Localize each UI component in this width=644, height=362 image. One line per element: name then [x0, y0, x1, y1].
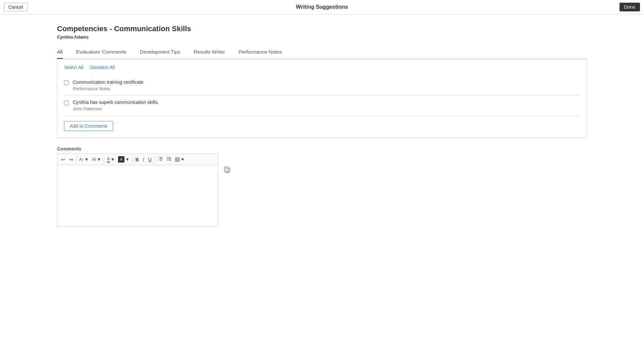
comments-editor[interactable] [57, 165, 218, 226]
tabs-container: All Evaluators' Comments Development Tip… [57, 46, 587, 59]
undo-button[interactable]: ↩ [59, 156, 67, 163]
svg-rect-2 [160, 160, 162, 161]
svg-point-11 [167, 160, 168, 161]
redo-button[interactable]: ↪ [67, 156, 75, 163]
bg-color-dropdown[interactable]: A ▼ [117, 155, 131, 164]
tab-results-writer[interactable]: Results Writer [194, 46, 225, 59]
table-dropdown[interactable]: ▼ [174, 156, 186, 163]
svg-rect-6 [168, 157, 171, 158]
table-icon [175, 157, 180, 162]
font-size-dropdown[interactable]: A↕ ▼ [78, 156, 90, 163]
bg-color-icon: A [118, 156, 124, 163]
font-adjust-dropdown[interactable]: AI ▼ [91, 156, 103, 163]
underline-button[interactable]: U [147, 156, 153, 163]
copy-icon-svg [223, 166, 231, 174]
editor-wrapper: ↩ ↪ A↕ ▼ AI ▼ A ▼ [57, 154, 218, 227]
comments-section: Comments ↩ ↪ A↕ ▼ AI ▼ [57, 146, 587, 227]
copy-icon[interactable] [221, 164, 233, 176]
toolbar-separator-1 [76, 157, 76, 163]
font-adjust-icon: AI [92, 157, 96, 162]
ordered-list-button[interactable]: 1. 2. 3. [156, 156, 164, 163]
svg-point-9 [167, 157, 168, 158]
suggestions-panel: Select All Deselect All Communication tr… [57, 59, 587, 138]
ordered-list-icon: 1. 2. 3. [158, 157, 163, 161]
svg-rect-1 [160, 159, 162, 159]
page-subtitle: Cynthia Adams [57, 35, 587, 40]
svg-rect-8 [168, 160, 171, 161]
suggestion-source-2: John Patterson [73, 106, 159, 111]
cancel-button[interactable]: Cancel [4, 3, 28, 11]
font-size-icon: A↕ [79, 157, 84, 162]
unordered-list-button[interactable] [165, 156, 173, 163]
tab-all[interactable]: All [57, 46, 63, 59]
toolbar-separator-4 [155, 157, 155, 163]
tab-evaluators-comments[interactable]: Evaluators' Comments [76, 46, 126, 59]
svg-rect-12 [175, 158, 179, 162]
page-title: Competencies - Communication Skills [57, 24, 587, 33]
svg-point-10 [167, 159, 168, 159]
font-color-dropdown[interactable]: A ▼ [106, 155, 116, 164]
svg-text:3.: 3. [158, 159, 159, 161]
toolbar-separator-3 [132, 157, 132, 163]
suggestion-text-1: Communication training certificate [73, 79, 144, 85]
suggestion-text-2: Cynthia has superb communication skills. [73, 100, 159, 105]
font-color-icon: A [107, 156, 110, 163]
suggestion-content-1: Communication training certificate Perfo… [73, 79, 144, 91]
select-all-link[interactable]: Select All [64, 65, 84, 70]
suggestion-content-2: Cynthia has superb communication skills.… [73, 100, 159, 111]
header: Cancel Writing Suggestions Done [0, 0, 644, 14]
bold-button[interactable]: B [134, 156, 141, 163]
unordered-list-icon [167, 157, 171, 161]
suggestion-source-1: Performance Notes [73, 86, 144, 91]
bg-color-chevron: ▼ [125, 157, 129, 162]
svg-rect-7 [168, 159, 171, 159]
comments-label: Comments [57, 146, 587, 152]
table-chevron: ▼ [180, 157, 185, 162]
font-color-chevron: ▼ [110, 157, 115, 162]
done-button[interactable]: Done [620, 3, 640, 11]
suggestion-item: Communication training certificate Perfo… [64, 75, 580, 96]
select-controls: Select All Deselect All [64, 65, 580, 70]
toolbar-separator-2 [104, 157, 104, 163]
font-size-chevron: ▼ [85, 157, 89, 162]
suggestion-item: Cynthia has superb communication skills.… [64, 96, 580, 116]
add-to-comments-button[interactable]: Add to Comments [64, 121, 113, 131]
italic-button[interactable]: I [141, 156, 146, 163]
main-content: Competencies - Communication Skills Cynt… [0, 14, 644, 237]
tab-development-tips[interactable]: Development Tips [140, 46, 180, 59]
suggestion-checkbox-1[interactable] [64, 80, 69, 85]
deselect-all-link[interactable]: Deselect All [90, 65, 115, 70]
editor-toolbar: ↩ ↪ A↕ ▼ AI ▼ A ▼ [57, 154, 218, 165]
page-header-title: Writing Suggestions [296, 4, 348, 10]
suggestion-checkbox-2[interactable] [64, 101, 69, 105]
svg-rect-0 [160, 157, 162, 158]
tab-performance-notes[interactable]: Performance Notes [238, 46, 282, 59]
font-adjust-chevron: ▼ [97, 157, 101, 162]
